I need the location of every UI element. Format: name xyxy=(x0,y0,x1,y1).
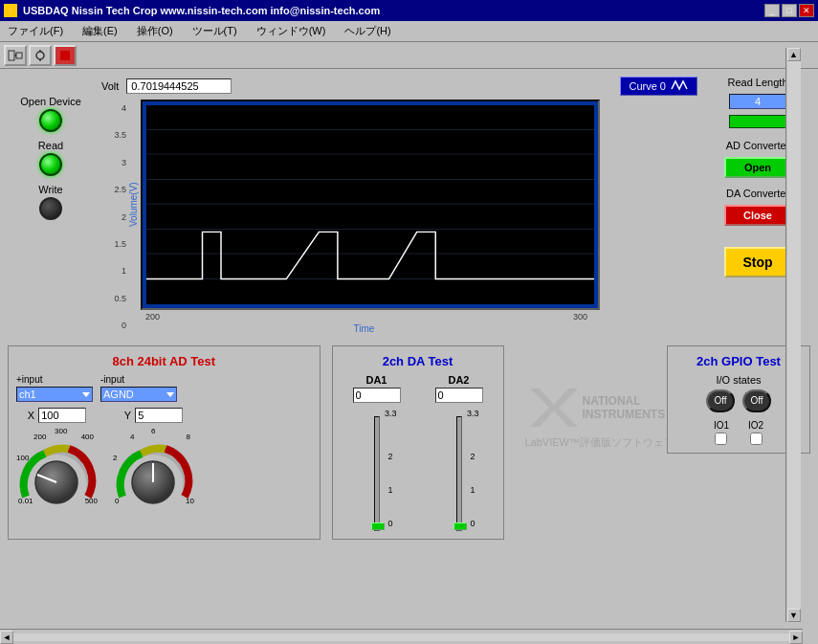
da1-slider-thumb[interactable] xyxy=(371,522,385,530)
read-label: Read xyxy=(38,140,63,151)
da2-slider-thumb[interactable] xyxy=(453,522,467,530)
volt-value-input[interactable] xyxy=(126,78,232,94)
open-device-led[interactable] xyxy=(39,109,62,132)
x-knob-svg[interactable] xyxy=(16,434,98,506)
toolbar-stop-btn[interactable] xyxy=(54,45,77,66)
x-tick-300: 300 xyxy=(573,312,587,322)
write-led[interactable] xyxy=(39,197,62,220)
curve-button[interactable]: Curve 0 xyxy=(620,77,697,96)
io-off2-button[interactable]: Off xyxy=(742,389,771,412)
da1-slider-track[interactable] xyxy=(374,416,380,531)
da2-label: DA2 xyxy=(448,374,469,386)
scroll-up-btn[interactable]: ▲ xyxy=(787,48,801,61)
menu-tools[interactable]: ツール(T) xyxy=(188,23,241,39)
scroll-left-btn[interactable]: ◄ xyxy=(0,631,13,644)
menu-operation[interactable]: 操作(O) xyxy=(133,23,177,39)
io2-label: IO2 xyxy=(748,420,763,431)
minus-input-dropdown[interactable]: AGND xyxy=(100,387,177,402)
ad-section-title: 8ch 24bit AD Test xyxy=(16,354,312,368)
io1-checkbox[interactable] xyxy=(715,433,727,445)
write-label: Write xyxy=(38,184,62,195)
svg-rect-1 xyxy=(16,53,22,58)
y-tick-05: 0.5 xyxy=(103,294,126,303)
da1-scale-1: 1 xyxy=(387,485,392,495)
open-device-label: Open Device xyxy=(20,96,81,107)
x-axis-ticks: 200 300 xyxy=(128,310,587,322)
close-button[interactable]: ✕ xyxy=(799,4,814,17)
plus-input-dropdown[interactable]: ch1 xyxy=(16,387,93,402)
menu-help[interactable]: ヘルプ(H) xyxy=(341,23,394,39)
x-knob-group: X 100 200 300 400 0.01 500 xyxy=(16,408,98,511)
da2-scale-1: 1 xyxy=(470,485,475,495)
ni-text: NATIONAL INSTRUMENTS xyxy=(583,394,666,422)
da-section-title: 2ch DA Test xyxy=(341,354,496,368)
chart-container: Volt Curve 0 4 3.5 3 2.5 2 1.5 xyxy=(101,77,697,334)
read-length-label: Read Length xyxy=(728,77,788,88)
y-tick-0: 0 xyxy=(103,321,126,330)
title-bar: ⚡ USBDAQ Nissin Tech Crop www.nissin-tec… xyxy=(0,0,818,21)
y-knob-group: Y 2 4 6 8 0 10 xyxy=(113,408,194,511)
ad-open-button[interactable]: Open xyxy=(724,157,791,178)
app-icon: ⚡ xyxy=(4,4,17,17)
da2-input[interactable] xyxy=(435,388,483,403)
y-knob-svg[interactable] xyxy=(113,434,194,506)
minus-input-arrow xyxy=(166,392,174,397)
chart-inner xyxy=(146,105,594,304)
menu-file[interactable]: ファイル(F) xyxy=(4,23,67,39)
toolbar-btn-1[interactable] xyxy=(4,45,27,66)
scroll-down-btn[interactable]: ▼ xyxy=(787,609,801,622)
read-indicator: Read xyxy=(38,140,63,176)
open-device-indicator: Open Device xyxy=(20,96,81,132)
da-close-button[interactable]: Close xyxy=(724,205,791,226)
stop-button[interactable]: Stop xyxy=(724,247,791,278)
write-indicator: Write xyxy=(38,184,62,220)
svg-point-3 xyxy=(36,52,44,59)
read-length-input[interactable] xyxy=(729,94,786,109)
io2-checkbox[interactable] xyxy=(750,433,763,445)
da-converter-label: DA Converter xyxy=(726,188,789,199)
da2-slider-area: 3.3 2 1 0 xyxy=(456,409,462,531)
da1-channel: DA1 3.3 2 1 0 xyxy=(353,374,401,531)
y-tick-1: 1 xyxy=(103,266,126,276)
y-tick-2: 2 xyxy=(103,212,126,222)
ni-x-icon xyxy=(525,384,583,432)
io-off1-button[interactable]: Off xyxy=(706,389,735,412)
x-knob-input[interactable] xyxy=(38,408,86,423)
minus-input-group: -input AGND xyxy=(100,374,177,402)
input-row: +input ch1 -input AGND xyxy=(16,374,312,402)
scrollbar-bottom[interactable]: ◄ ► xyxy=(0,629,803,644)
da2-slider-track[interactable] xyxy=(456,416,462,531)
gpio-section-title: 2ch GPIO Test xyxy=(675,354,802,368)
maximize-button[interactable]: □ xyxy=(782,4,797,17)
scroll-h-track xyxy=(13,633,789,641)
da2-scale-33: 3.3 xyxy=(467,409,479,418)
read-led[interactable] xyxy=(39,153,62,176)
left-panel: Open Device Read Write xyxy=(8,77,94,334)
scrollbar-right[interactable]: ▲ ▼ xyxy=(785,48,801,622)
scroll-right-btn[interactable]: ► xyxy=(789,631,803,644)
da1-slider-area: 3.3 2 1 0 xyxy=(374,409,380,531)
da1-label: DA1 xyxy=(365,374,387,386)
da2-channel: DA2 3.3 2 1 0 xyxy=(435,374,483,531)
y-knob-input[interactable] xyxy=(135,408,183,423)
da2-scale-2: 2 xyxy=(470,452,475,461)
scroll-track xyxy=(787,61,801,609)
labview-text: LabVIEW™評価版ソフトウェア xyxy=(525,435,674,450)
chart-header: Volt Curve 0 xyxy=(101,77,697,96)
main-content: Open Device Read Write Volt Curve 0 xyxy=(0,69,818,342)
minimize-button[interactable]: _ xyxy=(764,4,780,17)
y-tick-35: 3.5 xyxy=(103,130,126,140)
ni-logo-area: NATIONAL INSTRUMENTS LabVIEW™評価版ソフトウェア xyxy=(525,384,674,450)
da1-scale-33: 3.3 xyxy=(385,409,397,418)
menu-edit[interactable]: 編集(E) xyxy=(78,23,122,39)
da-row: DA1 3.3 2 1 0 DA2 xyxy=(341,374,496,531)
y-tick-15: 1.5 xyxy=(103,239,126,249)
ad-section: 8ch 24bit AD Test +input ch1 -input AGND xyxy=(8,345,321,540)
menu-window[interactable]: ウィンドウ(W) xyxy=(253,23,330,39)
toolbar: ▲ ▼ xyxy=(0,42,818,69)
da1-scale-2: 2 xyxy=(387,452,392,461)
toolbar-btn-2[interactable] xyxy=(29,45,52,66)
da1-input[interactable] xyxy=(353,388,401,403)
io-checkboxes: IO1 IO2 xyxy=(675,420,802,445)
da2-scale-0: 0 xyxy=(470,519,475,528)
